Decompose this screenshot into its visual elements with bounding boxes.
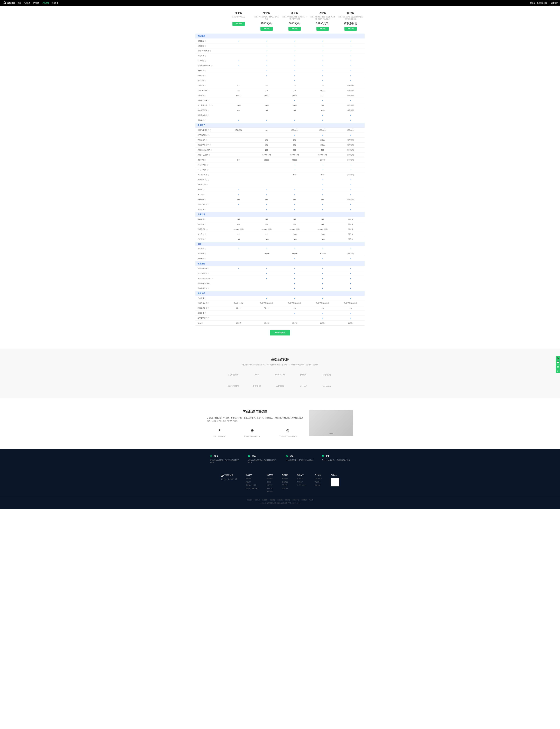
info-icon[interactable]: ? [205,298,206,299]
info-icon[interactable]: ? [205,253,206,255]
info-icon[interactable]: ? [205,80,206,81]
info-icon[interactable]: ? [203,194,205,195]
info-icon[interactable]: ? [208,273,209,274]
info-icon[interactable]: ? [208,134,210,136]
phone-icon[interactable]: 📞 [556,356,560,360]
info-icon[interactable]: ? [205,95,206,96]
info-icon[interactable]: ? [201,323,203,324]
info-icon[interactable]: ? [206,229,208,230]
info-icon[interactable]: ? [205,120,206,121]
plan-buy-button[interactable]: 立即购买 [260,27,273,31]
info-icon[interactable]: ? [208,308,209,309]
info-icon[interactable]: ? [205,239,206,240]
info-icon[interactable]: ? [207,169,208,171]
info-icon[interactable]: ? [210,130,211,131]
info-icon[interactable]: ? [209,283,211,284]
footer-link[interactable]: 高级WAF [246,478,258,480]
footer-link[interactable]: 配置指南 [282,478,288,480]
footer-link[interactable]: 高防安全服务 WAF [246,487,258,489]
info-icon[interactable]: ? [205,60,206,62]
plan-buy-button[interactable]: 立即购买 [316,27,329,31]
plan-buy-button[interactable]: 立即咨询 [344,27,357,31]
footer-bottom-link[interactable]: 百度推荐 [262,499,267,501]
info-icon[interactable]: ? [211,278,212,279]
footer-link[interactable]: 产品架构 [315,481,322,483]
register-button[interactable]: 注册账户 [549,0,560,6]
info-icon[interactable]: ? [208,179,209,181]
footer-bottom-link[interactable]: 百度数据 [301,499,307,501]
footer-bottom-link[interactable]: 风云榜 [309,499,313,501]
footer-link[interactable]: 服务协议 [315,484,322,486]
info-icon[interactable]: ? [205,85,206,86]
info-icon[interactable]: ? [205,209,206,210]
info-icon[interactable]: ? [207,164,208,166]
info-icon[interactable]: ? [205,258,206,259]
footer-link[interactable]: 泛娱乐 [267,481,273,483]
info-icon[interactable]: ? [210,50,211,52]
footer-bottom-link[interactable]: 开发者中心 [293,499,299,501]
chat-icon[interactable]: 💬 [556,360,560,364]
footer-link[interactable]: 联系我们 [282,487,288,489]
info-icon[interactable]: ? [209,144,211,146]
download-compare-button[interactable]: 下载详细对比 [270,330,290,336]
nav-home[interactable]: 首页 [18,2,21,4]
info-icon[interactable]: ? [208,288,209,289]
info-icon[interactable]: ? [211,105,212,106]
info-icon[interactable]: ? [205,219,206,220]
info-icon[interactable]: ? [208,174,209,176]
info-icon[interactable]: ? [208,303,209,304]
footer-link[interactable]: 游戏加速 [267,478,273,480]
logo[interactable]: ☁百度云加速 [3,1,15,4]
footer-link[interactable]: 金融行业 [267,487,273,489]
info-icon[interactable]: ? [205,224,206,225]
nav-products[interactable]: 产品服务 [24,2,30,4]
info-icon[interactable]: ? [206,184,208,186]
top-icon[interactable]: ⊙ [556,369,560,373]
footer-link[interactable]: 技术合作伙伴 [297,484,306,486]
footer-bottom-link[interactable]: 百度统计 [255,499,260,501]
info-icon[interactable]: ? [210,149,212,151]
info-icon[interactable]: ? [208,115,209,116]
footer-link[interactable]: 合作加盟 [297,478,306,480]
info-icon[interactable]: ? [208,100,209,101]
info-icon[interactable]: ? [205,248,206,250]
info-icon[interactable]: ? [208,204,209,205]
plan-buy-button[interactable]: 立即购买 [288,27,301,31]
footer-link[interactable]: 医疗行业 [267,491,273,493]
info-icon[interactable]: ? [209,154,210,156]
info-icon[interactable]: ? [203,189,204,191]
footer-bottom-link[interactable]: 百度营销 [247,499,252,501]
qr-icon[interactable]: ▦ [556,364,560,369]
info-icon[interactable]: ? [208,318,209,319]
nav-console[interactable]: 控制台 [530,2,535,4]
info-icon[interactable]: ? [205,40,206,42]
plan-buy-button[interactable]: 立即使用 [232,22,245,26]
info-icon[interactable]: ? [208,90,209,91]
footer-link[interactable]: API文档 [282,484,288,486]
footer-link[interactable]: 高级安全 - ADS [246,484,258,486]
info-icon[interactable]: ? [205,234,206,235]
footer-link[interactable]: 云加速简介 [315,478,322,480]
nav-solutions[interactable]: 解决方案 [33,2,40,4]
footer-link[interactable]: 最佳实践 [282,481,288,483]
footer-link[interactable]: 市场推广 [297,481,306,483]
footer-link[interactable]: 高级CC [246,481,258,483]
info-icon[interactable]: ? [205,45,206,47]
footer-link[interactable]: 教育行业 [267,484,273,486]
info-icon[interactable]: ? [205,55,206,57]
info-icon[interactable]: ? [205,313,206,314]
info-icon[interactable]: ? [206,139,208,141]
info-icon[interactable]: ? [205,75,206,76]
footer-bottom-link[interactable]: 百度网盟 [270,499,275,501]
info-icon[interactable]: ? [204,159,206,161]
nav-business[interactable]: 商务合作 [52,2,58,4]
nav-pricing[interactable]: 产品价格 [42,2,49,4]
nav-expand[interactable]: 提检拓展计划 [537,2,547,4]
footer-bottom-link[interactable]: 百度联盟 [285,499,290,501]
footer-bottom-link[interactable]: 百度指数 [277,499,283,501]
info-icon[interactable]: ? [205,199,206,200]
info-icon[interactable]: ? [208,268,209,269]
info-icon[interactable]: ? [208,110,209,111]
info-icon[interactable]: ? [205,70,206,71]
info-icon[interactable]: ? [211,65,212,67]
